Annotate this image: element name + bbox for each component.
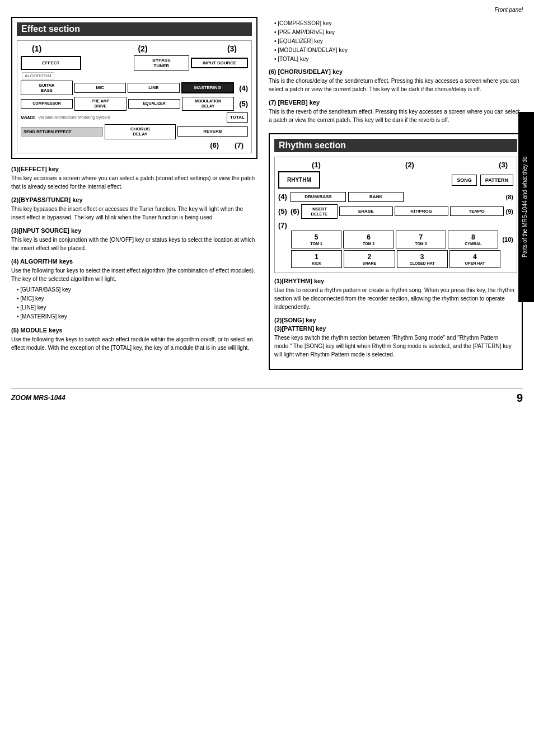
reverb-key-title: (7) [REVERB] key: [269, 99, 523, 106]
equalizer-box: EQUALIZER: [128, 99, 180, 108]
effect-key-1-body: This key accesses a screen where you can…: [11, 174, 257, 191]
num-7-row: (7): [278, 221, 513, 229]
effect-num-7: (7): [235, 141, 243, 149]
bottom-bar: ZOOM MRS-1044 9: [11, 388, 523, 405]
effect-section-box: Effect section (1) (2) (3) EFFECT BYPASS…: [11, 17, 257, 159]
effect-key-3-body: This key is used in conjunction with the…: [11, 236, 257, 252]
reverb-key-section: (7) [REVERB] key This is the reverb of t…: [269, 99, 523, 124]
mic-box: MIC: [74, 83, 127, 93]
pad-tom2: 6 TOM 2: [343, 231, 394, 248]
effect-key-4-body: Use the following four keys to select th…: [11, 266, 257, 283]
song-box: SONG: [452, 175, 477, 186]
algorithm-label: ALGORITHM: [22, 72, 54, 79]
rhythm-key-3-title: (3)[PATTERN] key: [274, 325, 517, 332]
reverb-key-body: This is the reverb of the send/return ef…: [269, 107, 523, 124]
effect-key-4-title: (4) ALGORITHM keys: [11, 258, 257, 265]
effect-keys-left: (1)[EFFECT] key This key accesses a scre…: [11, 166, 257, 352]
pad-cymbal: 8 CYMBAL: [448, 231, 498, 248]
effect-diagram: (1) (2) (3) EFFECT BYPASSTUNER INPUT SOU…: [17, 40, 252, 153]
bullet-guitar: [GUITAR/BASS] key: [17, 285, 257, 294]
effect-section-title: Effect section: [17, 22, 252, 36]
bullet-modulation: [MODULATION/DELAY] key: [274, 46, 523, 55]
rhythm-main-row: RHYTHM SONG PATTERN: [278, 171, 513, 189]
total-box: TOTAL: [227, 112, 248, 123]
pad-tom3: 7 TOM 3: [396, 231, 446, 248]
send-return-row: SEND RETURN EFFECT CHORUSDELAY REVERB: [21, 124, 248, 139]
effect-key-5-body: Use the following five keys to switch ea…: [11, 335, 257, 352]
mastering-box: MASTERING: [181, 82, 235, 93]
effect-key-3-title: (3)[INPUT SOURCE] key: [11, 227, 257, 234]
effect-key-2-body: This key bypasses the insert effect or a…: [11, 205, 257, 222]
pad-tom1: 5 TOM 1: [291, 231, 341, 248]
bullet-line: [LINE] key: [17, 303, 257, 312]
bypass-tuner-box: BYPASSTUNER: [134, 55, 190, 71]
insert-row: (5) (6) INSERTDELETE ERASE KIT/PROG TEMP…: [278, 204, 513, 219]
rhythm-key-2-3-body: These keys switch the rhythm section bet…: [274, 334, 517, 359]
effect-num-5: (5): [239, 100, 248, 108]
zoom-label: ZOOM MRS-1044: [11, 394, 65, 402]
rhythm-num-4: (4): [278, 192, 287, 201]
compressor-box: COMPRESSOR: [21, 99, 73, 108]
bullet-compressor: [COMPRESSOR] key: [274, 19, 523, 28]
line-box: LINE: [128, 83, 180, 93]
bank-box: BANK: [348, 192, 404, 202]
rhythm-key-2-3-section: (2)[SONG] key (3)[PATTERN] key These key…: [274, 317, 517, 359]
rhythm-key-1-body: Use this to record a rhythm pattern or c…: [274, 286, 517, 311]
guitar-bass-box: GUITARBASS: [21, 81, 73, 95]
rhythm-num-9: (9): [506, 208, 513, 215]
rhythm-num-3: (3): [499, 161, 508, 169]
erase-box: ERASE: [339, 206, 393, 217]
effect-key-5-title: (5) MODULE keys: [11, 327, 257, 334]
rhythm-num-5: (5): [278, 207, 287, 215]
drum-bass-box: DRUM/BASS: [291, 192, 346, 202]
effect-row1: EFFECT BYPASSTUNER INPUT SOURCE: [21, 55, 248, 71]
chorus-delay-title: (6) [CHORUS/DELAY] key: [269, 68, 523, 75]
rhythm-key-1-section: (1)[RHYTHM] key Use this to record a rhy…: [274, 278, 517, 311]
side-tab: Parts of the MRS-1044 and what they do: [518, 112, 534, 302]
effect-num-4: (4): [239, 84, 248, 92]
pad-snare: 2 SNARE: [344, 250, 395, 268]
effect-key-2-section: (2)[BYPASS/TUNER] key This key bypasses …: [11, 196, 257, 222]
bullet-pre-amp: [PRE AMP/DRIVE] key: [274, 28, 523, 37]
chorus-delay-box: CHORUSDELAY: [105, 124, 175, 139]
page-number: 9: [517, 392, 523, 405]
drum-bass-row: (4) DRUM/BASS BANK (8): [278, 192, 513, 202]
pads-row2: 1 KICK 2 SNARE 3 CLOSED HAT 4: [278, 250, 513, 268]
pattern-box: PATTERN: [480, 175, 513, 186]
front-panel-label: Front panel: [494, 7, 523, 13]
module-row: COMPRESSOR PRE AMPDRIVE EQUALIZER MODULA…: [21, 97, 248, 111]
bullet-equalizer: [EQUALIZER] key: [274, 37, 523, 46]
rhythm-diagram: (1) (2) (3) RHYTHM SONG PATTERN (4): [274, 157, 517, 273]
modulation-box: MODULATIONDELAY: [182, 97, 234, 111]
rhythm-num-6: (6): [291, 207, 299, 215]
pad-open-hat: 4 OPEN HAT: [449, 250, 500, 268]
pads-row1: 5 TOM 1 6 TOM 2 7 TOM 3 8: [278, 231, 513, 248]
chorus-delay-section: (6) [CHORUS/DELAY] key This is the choru…: [269, 68, 523, 93]
effect-key-4-section: (4) ALGORITHM keys Use the following fou…: [11, 258, 257, 321]
send-return-box: SEND RETURN EFFECT: [21, 127, 103, 137]
vams-label: VAMS: [21, 115, 35, 120]
rhythm-box: RHYTHM: [278, 171, 320, 189]
rhythm-section-title: Rhythm section: [274, 139, 517, 152]
effect-key-2-title: (2)[BYPASS/TUNER] key: [11, 196, 257, 203]
vams-row: VAMS Variable Architecture Modeling Syst…: [21, 112, 248, 123]
rhythm-num-1: (1): [312, 161, 321, 169]
vams-full-label: Variable Architecture Modeling System: [38, 115, 110, 120]
chorus-delay-body: This is the chorus/delay of the send/ret…: [269, 77, 523, 93]
pre-amp-box: PRE AMPDRIVE: [74, 97, 127, 111]
rhythm-key-1-title: (1)[RHYTHM] key: [274, 278, 517, 284]
effect-key-5-section: (5) MODULE keys Use the following five k…: [11, 327, 257, 352]
module-bullets: [COMPRESSOR] key [PRE AMP/DRIVE] key [EQ…: [269, 19, 523, 64]
rhythm-key-2-title: (2)[SONG] key: [274, 317, 517, 323]
rhythm-num-8: (8): [506, 194, 513, 200]
effect-box: EFFECT: [21, 56, 81, 71]
effect-num-6: (6): [210, 141, 219, 149]
pad-closed-hat: 3 CLOSED HAT: [397, 250, 448, 268]
input-source-box: INPUT SOURCE: [191, 58, 248, 69]
rhythm-num-7: (7): [278, 221, 287, 229]
effect-key-1-section: (1)[EFFECT] key This key accesses a scre…: [11, 166, 257, 191]
effect-key-1-title: (1)[EFFECT] key: [11, 166, 257, 172]
algorithm-bullets: [GUITAR/BASS] key [MIC] key [LINE] key […: [11, 285, 257, 321]
effect-num-2: (2): [138, 44, 147, 53]
reverb-box: REVERB: [177, 126, 248, 137]
